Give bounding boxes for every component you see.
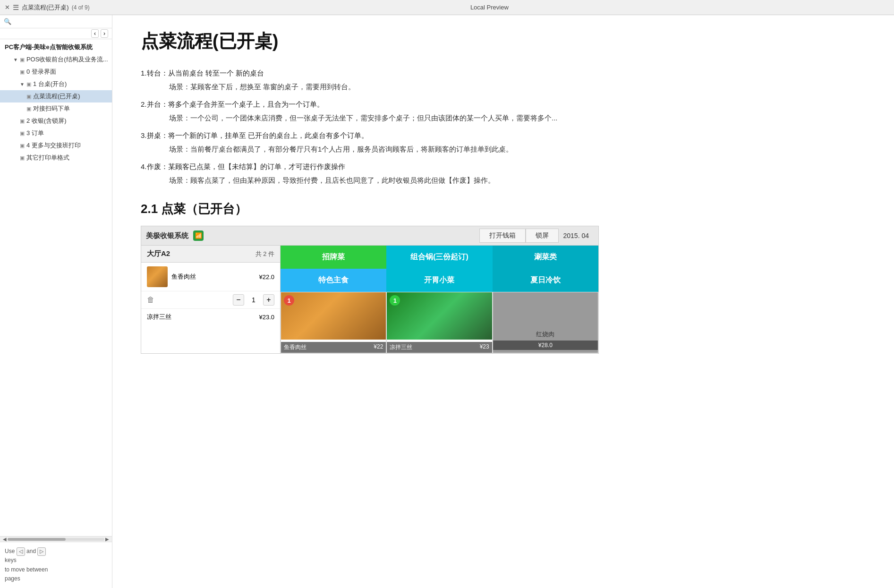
close-icon[interactable]: ✕ [5, 4, 10, 11]
top-bar: ✕ ☰ 点菜流程(已开桌) (4 of 9) Local Preview [0, 0, 894, 15]
food-card-yuxiang[interactable]: 1 鱼香肉丝 ¥22 [281, 292, 386, 353]
food-card-liangban[interactable]: 1 凉拌三丝 ¥23 [386, 292, 492, 353]
app-order-item-1-left: 鱼香肉丝 [147, 266, 196, 287]
sidebar-label-pos: POS收银前台(结构及业务流... [26, 55, 108, 64]
cat-btn-hotpot[interactable]: 涮菜类 [493, 246, 598, 269]
sidebar-label-login: 0 登录界面 [26, 68, 56, 76]
sidebar-item-print[interactable]: ▣ 4 更多与交接班打印 [0, 139, 112, 152]
open-cash-button[interactable]: 打开钱箱 [479, 229, 526, 243]
food-name-liangban: 凉拌三丝 [390, 343, 412, 351]
footer-tomove-label: to move between [5, 566, 48, 573]
page-icon-format: ▣ [20, 155, 25, 161]
content-item-1-sub: 场景：某顾客坐下后，想换至 靠窗的桌子，需要用到转台。 [141, 80, 870, 93]
sidebar-item-format[interactable]: ▣ 其它打印单格式 [0, 152, 112, 164]
content-item-2: 2.并台：将多个桌子合并至一个桌子上，且合为一个订单。 场景：一个公司，一个团体… [141, 98, 870, 124]
food-image-yuxiang [281, 292, 386, 340]
app-order-item-1[interactable]: 鱼香肉丝 ¥22.0 [141, 263, 280, 291]
content-item-4-main: 4.作废：某顾客已点菜，但【未结算】的订单，才可进行作废操作 [141, 160, 870, 173]
content-item-3-sub: 场景：当前餐厅桌台都满员了，有部分餐厅只有1个人占用，服务员咨询顾客后，将新顾客… [141, 143, 870, 155]
sidebar-label-scan: 对接扫码下单 [33, 104, 70, 113]
scroll-left-btn[interactable]: ◀ [2, 537, 8, 542]
page-icon-orders: ▣ [20, 130, 25, 136]
sidebar-search-row: 🔍 [0, 15, 112, 28]
qty-increase-button[interactable]: + [263, 294, 274, 306]
food-name-hongshao: 红烧肉 [493, 328, 598, 341]
app-table-name: 大厅A2 [147, 249, 170, 258]
app-food-grid: 1 鱼香肉丝 ¥22 1 凉拌三丝 [281, 292, 598, 353]
app-order-thumbnail-1 [147, 266, 168, 287]
food-image-liangban [387, 292, 492, 340]
sidebar-label-format: 其它打印单格式 [26, 153, 69, 162]
app-order-price-1: ¥22.0 [259, 273, 274, 281]
content-item-4: 4.作废：某顾客已点菜，但【未结算】的订单，才可进行作废操作 场景：顾客点菜了，… [141, 160, 870, 187]
app-body: 大厅A2 共 2 件 鱼香肉丝 ¥22.0 [141, 246, 598, 353]
content-item-2-sub: 场景：一个公司，一个团体来店消费，但一张桌子无法坐下，需安排多个桌子；但只由该团… [141, 111, 870, 124]
main-layout: 🔍 ‹ › PC客户端-美味e点智能收银系统 ▼ ▣ POS收银前台(结构及业务… [0, 15, 894, 588]
trash-icon[interactable]: 🗑 [147, 296, 154, 304]
food-image-yuxiang-small [147, 266, 168, 287]
sidebar-label-table: 1 台桌(开台) [33, 80, 67, 88]
sidebar-item-pos[interactable]: ▼ ▣ POS收银前台(结构及业务流... [0, 53, 112, 66]
page-indicator: (4 of 9) [72, 4, 90, 11]
page-icon-table: ▣ [26, 81, 31, 87]
sidebar-scrollbar-area: ◀ ▶ [0, 536, 112, 542]
sidebar-item-login[interactable]: ▣ 0 登录界面 [0, 66, 112, 78]
cat-btn-combo[interactable]: 组合锅(三份起订) [386, 246, 492, 269]
sidebar-item-order[interactable]: ▣ 点菜流程(已开桌) [0, 90, 112, 102]
key-right-icon: ▷ [37, 547, 46, 556]
scroll-right-btn[interactable]: ▶ [104, 537, 110, 542]
footer-and-label: and [26, 548, 37, 554]
sidebar-item-checkout[interactable]: ▣ 2 收银(含锁屏) [0, 115, 112, 127]
lock-screen-button[interactable]: 锁屏 [526, 229, 559, 243]
app-order-item-2[interactable]: 凉拌三丝 ¥23.0 [141, 309, 280, 325]
sidebar-footer: Use ◁ and ▷ keys to move between pages [0, 542, 112, 588]
nav-back-button[interactable]: ‹ [91, 29, 99, 38]
content-item-4-sub: 场景：顾客点菜了，但由某种原因，导致拒付费，且店长也同意了，此时收银员将此但做【… [141, 174, 870, 187]
sidebar-scrollbar-track[interactable] [8, 538, 104, 541]
footer-use-label: Use [5, 548, 17, 554]
food-card-hongshao[interactable]: 红烧肉 ¥28.0 [493, 292, 598, 353]
footer-keys-label: keys [5, 557, 17, 563]
sidebar-item-orders[interactable]: ▣ 3 订单 [0, 127, 112, 139]
app-screenshot: 美极收银系统 📶 打开钱箱 锁屏 2015. 04 大厅A2 [141, 226, 599, 354]
app-order-controls: 🗑 − 1 + [141, 291, 280, 309]
sidebar-root-label: PC客户端-美味e点智能收银系统 [0, 39, 112, 53]
cat-btn-signature[interactable]: 招牌菜 [281, 246, 386, 269]
sidebar-label-order: 点菜流程(已开桌) [33, 92, 80, 101]
food-price-yuxiang: ¥22 [374, 343, 383, 351]
sidebar-scrollbar-thumb [8, 538, 66, 541]
app-topbar-left: 美极收银系统 📶 [146, 230, 204, 241]
food-badge-yuxiang: 1 [284, 295, 294, 306]
key-left-icon: ◁ [17, 547, 25, 556]
sidebar-label-checkout: 2 收银(含锁屏) [26, 117, 67, 125]
page-icon-login: ▣ [20, 69, 25, 75]
food-price-hongshao: ¥28.0 [493, 341, 598, 350]
sidebar: 🔍 ‹ › PC客户端-美味e点智能收银系统 ▼ ▣ POS收银前台(结构及业务… [0, 15, 112, 588]
app-title: 美极收银系统 [146, 231, 188, 240]
qty-decrease-button[interactable]: − [233, 294, 244, 306]
content-item-3: 3.拼桌：将一个新的订单，挂单至 已开台的桌台上，此桌台有多个订单。 场景：当前… [141, 129, 870, 155]
cat-btn-drink[interactable]: 夏日冷饮 [493, 269, 598, 292]
app-screenshot-container: 此时，不生成订单 美极收银系统 📶 打开钱箱 锁屏 2015. 0 [141, 226, 599, 354]
sidebar-label-orders: 3 订单 [26, 129, 44, 137]
search-icon: 🔍 [4, 18, 11, 25]
sidebar-item-table[interactable]: ▼ ▣ 1 台桌(开台) [0, 78, 112, 90]
page-icon-order: ▣ [26, 94, 31, 100]
sidebar-item-scan[interactable]: ▣ 对接扫码下单 [0, 102, 112, 115]
app-order-name-1: 鱼香肉丝 [171, 273, 196, 281]
app-date: 2015. 04 [559, 230, 594, 242]
content-item-2-main: 2.并台：将多个桌子合并至一个桌子上，且合为一个订单。 [141, 98, 870, 111]
page-icon-checkout: ▣ [20, 118, 25, 124]
cat-btn-staple[interactable]: 特色主食 [281, 269, 386, 292]
menu-icon[interactable]: ☰ [13, 3, 19, 12]
page-icon-print: ▣ [20, 143, 25, 149]
cat-btn-appetizer[interactable]: 开胃小菜 [386, 269, 492, 292]
nav-forward-button[interactable]: › [101, 29, 108, 38]
expand-arrow-pos: ▼ [13, 57, 18, 62]
app-table-header: 大厅A2 共 2 件 [141, 246, 280, 263]
content-area: 点菜流程(已开桌) 1.转台：从当前桌台 转至一个 新的桌台 场景：某顾客坐下后… [112, 15, 894, 588]
search-input[interactable] [13, 18, 108, 25]
wifi-icon: 📶 [193, 230, 204, 241]
app-topbar-right: 打开钱箱 锁屏 2015. 04 [479, 229, 594, 243]
content-item-3-main: 3.拼桌：将一个新的订单，挂单至 已开台的桌台上，此桌台有多个订单。 [141, 129, 870, 142]
